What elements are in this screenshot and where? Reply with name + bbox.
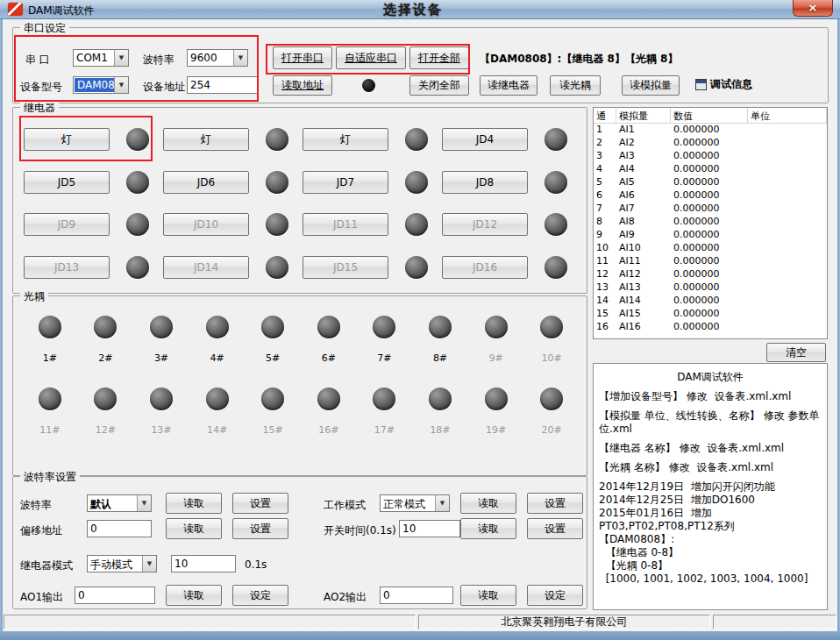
relay-knob-3[interactable] (405, 128, 428, 151)
relay-button-8[interactable]: JD8 (442, 171, 528, 194)
relay-button-6[interactable]: JD6 (163, 171, 249, 194)
relay-button-4[interactable]: JD4 (442, 128, 528, 151)
ao2-read-button[interactable]: 读取 (460, 585, 516, 606)
opto-cell-2: 2# (78, 312, 134, 382)
analog-row-6[interactable]: 6AI60.000000 (594, 189, 827, 203)
relay-mode-select[interactable]: 手动模式 ▼ (87, 555, 157, 572)
ao1-set-button[interactable]: 设定 (232, 585, 288, 606)
relay-knob-2[interactable] (266, 128, 288, 151)
opto-knob-6 (317, 316, 340, 338)
dropdown-icon[interactable]: ▼ (137, 495, 151, 511)
serial-settings-group: 串口设定 串 口 COM1 ▼ 波特率 9600 ▼ 打开串口 自适应串口 打开… (12, 27, 829, 103)
analog-row-1[interactable]: 1AI10.000000 (594, 124, 827, 137)
open-serial-button[interactable]: 打开串口 (273, 46, 332, 69)
relay-button-1[interactable]: 灯 (24, 128, 110, 151)
analog-row-5[interactable]: 5AI50.000000 (594, 176, 827, 189)
relay-button-11[interactable]: JD11 (303, 213, 388, 236)
analog-row-9[interactable]: 9AI90.000000 (594, 229, 827, 242)
analog-column-header-4[interactable]: 单位 (748, 108, 827, 123)
switch-time-input[interactable] (399, 520, 460, 537)
analog-row-15[interactable]: 15AI150.000000 (594, 308, 827, 321)
relay-button-15[interactable]: JD15 (303, 256, 388, 279)
relay-button-7[interactable]: JD7 (303, 171, 388, 194)
offset-set-button[interactable]: 设置 (232, 518, 288, 539)
relay-button-16[interactable]: JD16 (442, 256, 528, 279)
close-all-button[interactable]: 关闭全部 (409, 75, 469, 96)
ao2-set-button[interactable]: 设定 (527, 585, 583, 606)
relay-knob-15[interactable] (405, 256, 428, 279)
serial-port-select[interactable]: COM1 ▼ (73, 49, 129, 67)
relay-knob-9[interactable] (126, 213, 149, 236)
analog-row-2[interactable]: 2AI20.000000 (594, 137, 827, 150)
dropdown-icon[interactable]: ▼ (114, 50, 128, 66)
dropdown-icon[interactable]: ▼ (233, 50, 247, 66)
read-opto-button[interactable]: 读光耦 (550, 75, 601, 96)
work-mode-select[interactable]: 正常模式 ▼ (380, 494, 450, 512)
relay-knob-16[interactable] (545, 256, 567, 279)
app-logo-icon[interactable] (8, 3, 23, 16)
relay-knob-13[interactable] (126, 256, 149, 279)
analog-row-4[interactable]: 4AI40.000000 (594, 163, 827, 176)
relay-button-3[interactable]: 灯 (303, 128, 388, 151)
dropdown-icon[interactable]: ▼ (435, 495, 449, 511)
baud-rate-select[interactable]: 9600 ▼ (187, 49, 248, 67)
relay-knob-10[interactable] (266, 213, 288, 236)
relay-knob-6[interactable] (266, 171, 288, 194)
ao2-input[interactable] (380, 587, 453, 604)
relay-time-input[interactable] (171, 555, 236, 572)
analog-column-header-1[interactable]: 通 (594, 108, 616, 123)
baud-setting-select[interactable]: 默认 ▼ (87, 494, 152, 512)
analog-row-7[interactable]: 7AI70.000000 (594, 203, 827, 216)
baud-set-button[interactable]: 设置 (232, 493, 288, 514)
analog-column-header-2[interactable]: 模拟量 (616, 108, 671, 123)
ao1-read-button[interactable]: 读取 (166, 585, 222, 606)
analog-column-header-3[interactable]: 数值 (671, 108, 748, 123)
adaptive-serial-button[interactable]: 自适应串口 (336, 46, 406, 69)
read-relay-button[interactable]: 读继电器 (480, 75, 537, 96)
relay-knob-1[interactable] (126, 128, 149, 151)
analog-row-11[interactable]: 11AI110.000000 (594, 255, 827, 268)
debug-info-toggle[interactable]: 调试信息 (695, 77, 752, 92)
device-model-select[interactable]: DAM0808 ▼ (73, 76, 129, 94)
relay-button-2[interactable]: 灯 (163, 128, 249, 151)
work-mode-read-button[interactable]: 读取 (460, 493, 516, 514)
relay-knob-12[interactable] (545, 213, 567, 236)
relay-cell-11: JD11 (301, 203, 440, 246)
read-analog-button[interactable]: 读模拟量 (622, 75, 680, 96)
relay-knob-8[interactable] (545, 171, 567, 194)
relay-button-14[interactable]: JD14 (163, 256, 249, 279)
device-address-input[interactable] (187, 76, 259, 94)
relay-button-13[interactable]: JD13 (24, 256, 110, 279)
relay-knob-11[interactable] (405, 213, 428, 236)
relay-knob-7[interactable] (405, 171, 428, 194)
switch-time-read-button[interactable]: 读取 (460, 518, 516, 539)
clear-button[interactable]: 清空 (766, 343, 826, 362)
switch-time-set-button[interactable]: 设置 (527, 518, 583, 539)
offset-read-button[interactable]: 读取 (166, 518, 222, 539)
relay-button-10[interactable]: JD10 (163, 213, 249, 236)
dropdown-icon[interactable]: ▼ (114, 77, 128, 93)
read-address-button[interactable]: 读取地址 (273, 75, 332, 96)
analog-row-14[interactable]: 14AI140.000000 (594, 295, 827, 308)
relay-button-5[interactable]: JD5 (24, 171, 110, 194)
offset-address-input[interactable] (87, 520, 152, 537)
work-mode-set-button[interactable]: 设置 (527, 493, 583, 514)
analog-cell-r5c3: 0.000000 (671, 176, 748, 189)
relay-knob-5[interactable] (126, 171, 149, 194)
analog-row-16[interactable]: 16AI160.000000 (594, 321, 827, 334)
close-button[interactable]: × (793, 0, 833, 17)
relay-button-9[interactable]: JD9 (24, 213, 110, 236)
opto-channel-label-18: 18# (430, 424, 450, 436)
relay-button-12[interactable]: JD12 (442, 213, 528, 236)
analog-row-13[interactable]: 13AI130.000000 (594, 281, 827, 295)
analog-row-10[interactable]: 10AI100.000000 (594, 242, 827, 255)
dropdown-icon[interactable]: ▼ (142, 556, 156, 572)
analog-row-3[interactable]: 3AI30.000000 (594, 150, 827, 163)
analog-row-12[interactable]: 12AI120.000000 (594, 268, 827, 281)
ao1-input[interactable] (75, 587, 155, 604)
open-all-button[interactable]: 打开全部 (409, 46, 469, 69)
analog-row-8[interactable]: 8AI80.000000 (594, 216, 827, 229)
baud-read-button[interactable]: 读取 (166, 493, 222, 514)
relay-knob-4[interactable] (545, 128, 567, 151)
relay-knob-14[interactable] (266, 256, 288, 279)
